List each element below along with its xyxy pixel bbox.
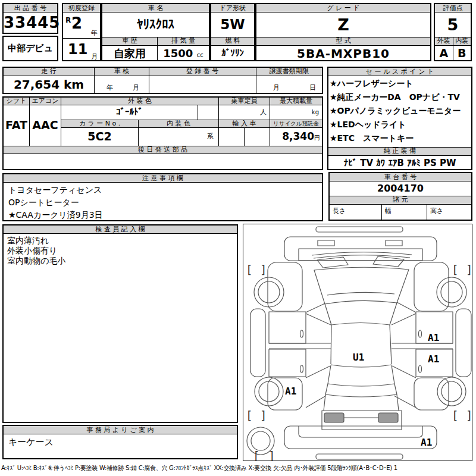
ac-value: AAC bbox=[30, 105, 61, 146]
wheel-front-left-inner bbox=[258, 281, 280, 303]
bracket-icon: [ bbox=[253, 449, 259, 461]
fuel-label: 燃 料 bbox=[211, 37, 254, 46]
auction-number-box: 出 品 番 号 33445 bbox=[2, 3, 58, 34]
import-value-cell-2 bbox=[245, 128, 270, 146]
car-name-box: 車 名 ﾔﾘｽｸﾛｽ 車 歴 自家用 排 気 量 1500 cc bbox=[101, 3, 210, 61]
month-value: 11 bbox=[68, 41, 87, 58]
headlight-right bbox=[386, 240, 402, 246]
mileage-value: 27,654 km bbox=[4, 76, 95, 93]
headlight-left bbox=[318, 240, 334, 246]
rear-bumper-strip bbox=[316, 454, 403, 459]
shaken-month-unit: 月 bbox=[133, 83, 139, 92]
shaken-label: 車 検 bbox=[95, 68, 149, 76]
history-cell: 車 歴 自家用 bbox=[102, 37, 158, 61]
equipment-title: 純 正 装 備 bbox=[328, 147, 471, 156]
auction-sheet: 出 品 番 号 33445 中部デビュ 初度登録 R 2 年 11 月 車 名 … bbox=[0, 0, 476, 476]
wheel-front-right-inner bbox=[441, 281, 462, 303]
inspector-list: 室内薄汚れ 外装小傷有り 室内動物の毛小 bbox=[4, 234, 237, 268]
import-label: 輸 入 車 bbox=[219, 120, 270, 128]
first-registration-month-cell: 11 月 bbox=[63, 39, 100, 62]
recycle-deposit-label: リサイクル預託金 bbox=[270, 120, 322, 128]
door-handle bbox=[300, 365, 303, 372]
chassis-box: 車 台 番 号 2004170 諸 元 長さ 幅 高さ bbox=[328, 172, 472, 221]
shaken-year-unit: 年 bbox=[107, 83, 113, 92]
damage-label-roof: U1 bbox=[353, 352, 364, 363]
sales-points-list: ★ハーフレザーシート ★純正メーカーDA OPナビ・TV ★OPパノラミックビュ… bbox=[328, 76, 471, 147]
transfer-month-unit: 月 bbox=[273, 83, 280, 92]
notes-box: 注 意 事 項 欄 トヨタセーフティセンス OPシートヒーター ★CAAカークリ… bbox=[2, 173, 323, 221]
notes-list: トヨタセーフティセンス OPシートヒーター ★CAAカークリ済9月3日 bbox=[4, 183, 322, 223]
c-pillar-right bbox=[392, 366, 416, 408]
rear-deck-side-right bbox=[394, 384, 397, 394]
payload-value-cell: kg bbox=[270, 105, 322, 120]
exterior-color-value: ｺﾞｰﾙﾄﾞ bbox=[61, 105, 198, 120]
shift-value: FAT bbox=[4, 105, 30, 146]
chassis-number: 2004170 bbox=[330, 181, 471, 196]
mileage-table: 走 行 車 検 登 録 番 号 譲渡書類期限 27,654 km 年 月 月 日 bbox=[2, 67, 323, 94]
exterior-color-sub-cell bbox=[198, 105, 219, 120]
score-label: 評価点 bbox=[435, 4, 471, 12]
wheel-rear-right-inner bbox=[441, 381, 462, 402]
interior-grade-value: B bbox=[453, 46, 471, 61]
sales-point: ★LEDヘッドライト bbox=[330, 118, 470, 131]
roof-side-right bbox=[390, 325, 392, 364]
car-name-value: ﾔﾘｽｸﾛｽ bbox=[102, 12, 209, 37]
exterior-grade-value: A bbox=[435, 46, 453, 61]
grade-box: グ レ ー ド Z 型 式 5BA-MXPB10 bbox=[255, 3, 431, 61]
year-value: 2 bbox=[71, 14, 82, 32]
floor-edge-right bbox=[390, 303, 397, 325]
windshield bbox=[314, 267, 409, 304]
sales-point: ★純正メーカーDA OPナビ・TV bbox=[330, 90, 470, 104]
office-title: 事 務 局 よ り ご 案 内 bbox=[4, 426, 237, 434]
chassis-title: 車 台 番 号 bbox=[330, 173, 471, 181]
transfer-deadline-label: 譲渡書類期限 bbox=[256, 68, 322, 76]
office-box: 事 務 局 よ り ご 案 内 キーケース bbox=[2, 425, 238, 459]
note-line: ★CAAカークリ済9月3日 bbox=[8, 209, 317, 221]
grade-label: グ レ ー ド bbox=[256, 4, 430, 12]
era-value: R bbox=[65, 16, 71, 24]
door-front-left bbox=[269, 312, 306, 343]
capacity-label: 乗車定員 bbox=[219, 98, 270, 105]
damage-label-rear-bumper: A1 bbox=[421, 437, 432, 448]
interior-color-label: 内 装 色 bbox=[139, 120, 219, 128]
a-pillar-right bbox=[397, 302, 416, 312]
damage-label-front-right-door: A1 bbox=[428, 332, 439, 343]
exterior-grade-label: 外装 bbox=[435, 37, 453, 45]
spare-tire-inner bbox=[251, 431, 270, 450]
sales-point: ★OPパノラミックビューモニター bbox=[330, 104, 470, 118]
year-unit: 年 bbox=[91, 29, 98, 37]
transfer-day-unit: 日 bbox=[309, 83, 316, 92]
venue-box: 中部デビュ bbox=[2, 36, 58, 61]
a-pillar-left bbox=[306, 303, 325, 312]
displacement-value: 1500 bbox=[163, 47, 193, 60]
fender-front-left bbox=[268, 262, 302, 311]
c-pillar-left bbox=[306, 366, 330, 408]
belt-line-right bbox=[392, 343, 453, 349]
later-parts-label: 後 日 発 送 部 品 bbox=[4, 146, 322, 154]
auction-number-value: 33445 bbox=[4, 12, 57, 33]
floor-arc-front bbox=[331, 323, 390, 325]
taillight-right bbox=[378, 413, 398, 422]
floor-diagonal-right bbox=[392, 314, 416, 325]
sales-points-box: セ ー ル ス ポ イ ン ト ★ハーフレザーシート ★純正メーカーDA OPナ… bbox=[327, 67, 472, 170]
fender-front-right bbox=[414, 262, 449, 311]
inspector-box: 検 査 員 記 入 欄 室内薄汚れ 外装小傷有り 室内動物の毛小 bbox=[2, 224, 238, 423]
shift-label: シフト bbox=[4, 98, 30, 105]
exterior-color-label: 外 装 色 bbox=[61, 98, 219, 105]
model-code-value: 5BA-MXPB10 bbox=[256, 46, 430, 61]
rear-window-arc bbox=[328, 384, 394, 386]
door-shape-label: ドア形状 bbox=[211, 4, 254, 12]
car-diagram-box: [ ] [ ] [ ] [ ] [ ] U1 A1 A1 A1 A1 bbox=[243, 224, 472, 461]
front-bumper-strip bbox=[316, 227, 403, 232]
score-box: 評価点 5 外装 内装 A B bbox=[434, 3, 472, 61]
wiper-right bbox=[373, 256, 404, 267]
notes-title: 注 意 事 項 欄 bbox=[4, 174, 322, 183]
displacement-unit: cc bbox=[197, 52, 203, 58]
note-line: トヨタセーフティセンス bbox=[8, 184, 317, 196]
bracket-icon: ] bbox=[260, 409, 267, 422]
belt-line-left bbox=[269, 343, 331, 349]
roof-side-left bbox=[331, 325, 331, 364]
sill-right bbox=[456, 309, 471, 377]
door-shape-value: 5W bbox=[211, 12, 254, 37]
hatch-side-right bbox=[397, 394, 399, 411]
